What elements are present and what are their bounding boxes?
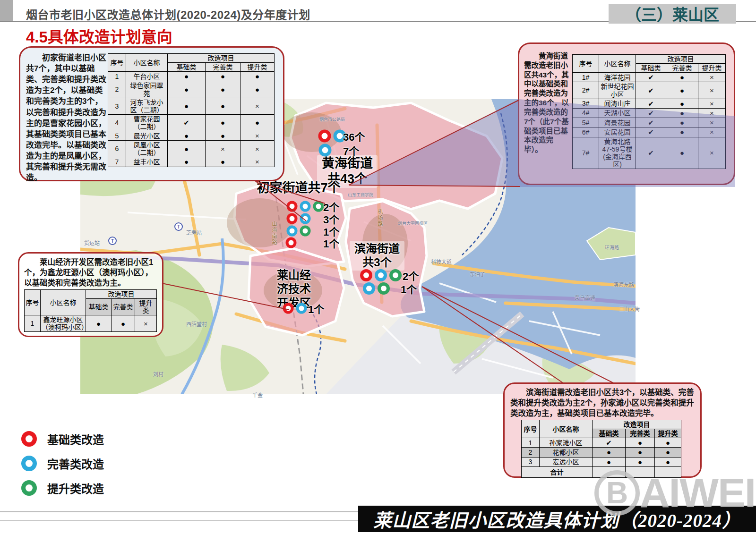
- blue-ring-marker-icon: [319, 144, 332, 157]
- table-cell: ✔: [636, 73, 666, 82]
- table-cell: 5#: [573, 118, 599, 127]
- table-cell: 提升类: [655, 429, 681, 438]
- table-cell: 小区名称: [41, 290, 86, 315]
- marker-count-label: 1个: [323, 235, 339, 250]
- table-cell: ✔: [636, 127, 666, 137]
- map-legend: 基础类改造完善类改造提升类改造: [21, 426, 104, 500]
- map-place-name: 山东工商学院: [348, 192, 373, 198]
- table-cell: ●: [626, 448, 655, 457]
- legend-ring-icon: [21, 456, 37, 471]
- table-cell: ✔: [168, 114, 206, 131]
- table-cell: ●: [112, 315, 135, 332]
- table-cell: 1: [522, 438, 540, 448]
- blue-ring-marker-icon: [300, 213, 311, 224]
- table-cell: 4#: [573, 108, 599, 118]
- table-cell: 海洋花园: [599, 73, 636, 82]
- table-cell: ✔: [636, 108, 666, 118]
- map-place-name: 芝罘站: [186, 229, 202, 236]
- table-cell: ●: [655, 457, 681, 466]
- table-cell: 凤凰小区（二期）: [126, 141, 168, 157]
- map-place-name: 东泊子: [470, 270, 485, 278]
- table-cell: ●: [626, 438, 655, 448]
- table-cell: ●: [86, 315, 112, 332]
- table-cell: ×: [241, 131, 275, 141]
- table-cell: ●: [666, 82, 698, 99]
- table-cell: ●: [206, 98, 241, 114]
- table-cell: ●: [168, 141, 206, 157]
- table-cell: ●: [241, 72, 275, 81]
- legend-label: 提升类改造: [47, 480, 104, 496]
- document-title: 烟台市老旧小区改造总体计划(2020-2024)及分年度计划: [26, 6, 310, 22]
- legend-ring-icon: [21, 431, 37, 447]
- callout-binhai: 滨海街道需改造老旧小区共3个，以基础类、完善类和提升类改造为主2个，孙家滩小区以…: [503, 382, 702, 478]
- map-place-name: 滨海东路: [613, 280, 634, 288]
- red-ring-marker-icon: [286, 237, 297, 248]
- map-place-name: 货运站: [84, 239, 100, 246]
- table-cell: 安居花园: [599, 127, 636, 137]
- table-cell: 合计: [522, 466, 593, 477]
- table-cell: ✔: [636, 82, 666, 99]
- street-count-label: 初家街道共7个: [257, 180, 340, 196]
- marker-count-label: 1个: [401, 281, 417, 296]
- red-ring-marker-icon: [318, 130, 331, 143]
- table-cell: 2: [522, 448, 540, 457]
- table-cell: 晨光小区: [126, 131, 168, 141]
- blue-ring-marker-icon: [287, 226, 298, 237]
- table-cell: 小区名称: [126, 54, 168, 72]
- table-cell: 3#: [573, 99, 599, 108]
- table-cell: ●: [666, 118, 698, 127]
- map-place-name: 科技大道: [431, 258, 452, 265]
- slide-page: 烟台市老旧小区改造总体计划(2020-2024)及分年度计划 （三）莱山区 4.…: [0, 0, 756, 534]
- table-cell: 1: [108, 72, 126, 81]
- table-cell: 午台小区: [126, 72, 168, 81]
- table-cell: 提升类: [241, 63, 275, 72]
- map-place-name: 荣乌高速: [575, 294, 595, 301]
- footer-divider-2: [0, 520, 364, 521]
- legend-label: 基础类改造: [47, 431, 104, 447]
- red-ring-marker-icon: [283, 303, 294, 314]
- red-ring-marker-icon: [287, 201, 298, 212]
- table-cell: ●: [206, 72, 241, 81]
- table-cell: 7#: [573, 137, 599, 169]
- table-cell: 宏远小区: [540, 457, 593, 466]
- table-cell: 6#: [573, 127, 599, 137]
- table-cell: 序号: [108, 54, 126, 72]
- table-cell: ✔: [636, 118, 666, 127]
- green-ring-marker-icon: [378, 282, 390, 295]
- corner-decoration: [0, 0, 13, 21]
- table-cell: 序号: [573, 55, 599, 73]
- table-cell: ●: [168, 131, 206, 141]
- huanghai-table: 序号小区名称改造项目基础类完善类提升类1#海洋花园✔●×2#新世纪花园小区✔●×…: [572, 54, 726, 169]
- map-place-name: 机场路: [376, 209, 384, 227]
- watermark-circle-b: B: [594, 470, 640, 516]
- table-cell: ●: [593, 448, 626, 457]
- legend-item: 基础类改造: [21, 426, 104, 451]
- table-cell: ×: [698, 118, 726, 127]
- table-cell: 基础类: [636, 64, 666, 73]
- kaifaqu-table: 序号小区名称改造项目基础类完善类提升类1鑫龙旺源小区（澳柯玛小区）●●×: [24, 289, 157, 332]
- table-cell: 6: [108, 141, 126, 157]
- callout-chujia-text: 初家街道老旧小区共7个，其中以基础类、完善类和提升类改造为主2个，以基础类和完善…: [26, 52, 109, 183]
- marker-count-label: 1个: [308, 301, 324, 316]
- map-place-name: 烟台市公路局: [319, 116, 345, 122]
- table-cell: ×: [241, 98, 275, 114]
- callout-huanghai: 黄海街道需改造老旧小区共43个，其中以基础类和完善类改造为主的36个，以完善类改…: [518, 42, 735, 185]
- callout-binhai-text: 滨海街道需改造老旧小区共3个，以基础类、完善类和提升类改造为主2个，孙家滩小区以…: [510, 388, 697, 418]
- table-cell: 海景花园: [599, 118, 636, 127]
- table-cell: 完善类: [666, 64, 698, 73]
- chujia-table: 序号小区名称改造项目基础类完善类提升类1午台小区●●●2绿色家园翠苑●●●3河东…: [108, 53, 275, 167]
- marker-count-label: 7个: [343, 143, 359, 158]
- table-cell: 基础类: [168, 63, 206, 72]
- footer-divider: [0, 511, 364, 512]
- table-cell: 鑫龙旺源小区（澳柯玛小区）: [41, 315, 86, 332]
- table-cell: ×: [698, 99, 726, 108]
- table-cell: 改造项目: [593, 420, 681, 429]
- table-cell: 3: [108, 98, 126, 114]
- table-cell: 4: [108, 114, 126, 131]
- table-cell: 2#: [573, 82, 599, 99]
- table-cell: ×: [206, 141, 241, 157]
- green-ring-marker-icon: [300, 226, 311, 237]
- table-cell: 序号: [522, 420, 540, 438]
- table-cell: 新世纪花园小区: [599, 82, 636, 99]
- table-cell: 花都小区: [540, 448, 593, 457]
